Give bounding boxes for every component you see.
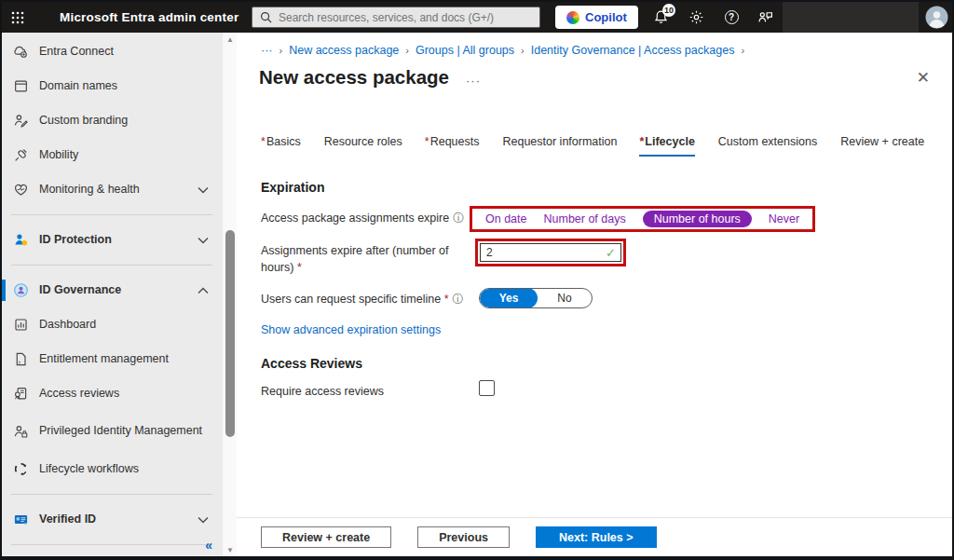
toggle-yes[interactable]: Yes bbox=[480, 288, 538, 308]
sidebar-item-entra-connect[interactable]: Entra Connect bbox=[2, 34, 222, 69]
option-number-of-days[interactable]: Number of days bbox=[543, 211, 625, 227]
option-never[interactable]: Never bbox=[769, 211, 799, 227]
heart-health-icon bbox=[13, 182, 29, 198]
sidebar-item-label: Domain names bbox=[39, 79, 211, 94]
info-icon[interactable]: ⓘ bbox=[453, 212, 464, 225]
person-lock-icon bbox=[13, 424, 29, 440]
tab-basics[interactable]: *Basics bbox=[261, 135, 301, 157]
access-reviews-icon bbox=[13, 386, 29, 402]
tab-review-create[interactable]: Review + create bbox=[839, 135, 924, 157]
copilot-icon bbox=[566, 11, 579, 24]
sidebar-item-label: Access reviews bbox=[39, 387, 211, 402]
expire-option-group: On date Number of days Number of hours N… bbox=[472, 209, 812, 229]
sidebar-item-label: Privileged Identity Management bbox=[39, 424, 211, 439]
sidebar-item-label: Monitoring & health bbox=[39, 183, 187, 198]
sidebar-item-access-reviews[interactable]: Access reviews bbox=[2, 376, 222, 411]
sidebar-item-verified-id[interactable]: Verified ID bbox=[2, 502, 222, 537]
option-number-of-hours[interactable]: Number of hours bbox=[643, 211, 752, 227]
search-icon bbox=[260, 11, 272, 23]
toggle-no[interactable]: No bbox=[538, 292, 592, 305]
copilot-button[interactable]: Copilot bbox=[555, 6, 638, 29]
global-search[interactable] bbox=[252, 7, 540, 28]
sidebar-item-lifecycle-workflows[interactable]: Lifecycle workflows bbox=[2, 452, 222, 486]
sidebar-divider bbox=[11, 265, 212, 266]
verified-id-card-icon bbox=[13, 512, 29, 527]
sidebar-item-label: Entra Connect bbox=[39, 45, 211, 60]
sidebar-item-monitoring-health[interactable]: Monitoring & health bbox=[2, 172, 222, 207]
sidebar-item-dashboard[interactable]: Dashboard bbox=[2, 307, 222, 342]
breadcrumb-separator: › bbox=[405, 45, 409, 56]
sidebar-item-label: Entitlement management bbox=[39, 352, 211, 367]
settings-gear-icon[interactable] bbox=[680, 2, 712, 33]
document-entitlement-icon bbox=[13, 351, 29, 367]
sidebar-divider bbox=[11, 544, 212, 545]
close-icon[interactable]: ✕ bbox=[917, 70, 930, 86]
sidebar-item-mobility[interactable]: Mobility bbox=[2, 138, 222, 172]
wizard-footer: Review + create Previous Next: Rules > bbox=[237, 517, 952, 556]
previous-button[interactable]: Previous bbox=[417, 526, 510, 548]
require-reviews-checkbox[interactable] bbox=[479, 380, 495, 396]
scrollbar-down-arrow[interactable]: ▼ bbox=[223, 543, 238, 556]
tab-requests[interactable]: *Requests bbox=[425, 135, 480, 157]
advanced-expiration-link[interactable]: Show advanced expiration settings bbox=[261, 323, 441, 336]
sidebar-item-label: ID Protection bbox=[39, 233, 187, 248]
next-rules-button[interactable]: Next: Rules > bbox=[536, 526, 657, 548]
chevron-down-icon[interactable] bbox=[198, 516, 211, 524]
chevron-up-icon[interactable] bbox=[198, 287, 211, 294]
sidebar-scrollbar[interactable]: ▲ ▼ bbox=[222, 33, 237, 556]
title-more-button[interactable]: ··· bbox=[466, 74, 481, 88]
sidebar-item-label: Custom branding bbox=[39, 114, 211, 129]
app-title: Microsoft Entra admin center bbox=[60, 10, 238, 24]
account-avatar[interactable] bbox=[919, 2, 954, 33]
breadcrumb-link[interactable]: Identity Governance | Access packages bbox=[531, 44, 735, 57]
require-reviews-label: Require access reviews bbox=[261, 383, 477, 400]
top-bar: Microsoft Entra admin center Copilot 10 … bbox=[2, 2, 952, 33]
entra-admin-window: Microsoft Entra admin center Copilot 10 … bbox=[0, 0, 954, 560]
waffle-menu-icon[interactable] bbox=[2, 2, 34, 33]
page-title: New access package bbox=[259, 66, 449, 89]
notifications-button[interactable]: 10 bbox=[645, 2, 676, 33]
sidebar-item-id-protection[interactable]: ID Protection bbox=[2, 223, 222, 257]
sidebar-item-custom-branding[interactable]: Custom branding bbox=[2, 103, 222, 138]
tab-requestor-information[interactable]: Requestor information bbox=[501, 135, 617, 157]
breadcrumb-ellipsis[interactable]: ··· bbox=[261, 44, 273, 57]
tab-lifecycle[interactable]: *Lifecycle bbox=[639, 135, 694, 157]
tenant-area bbox=[783, 2, 919, 33]
review-create-button[interactable]: Review + create bbox=[261, 526, 391, 548]
sidebar-item-id-governance[interactable]: ID Governance bbox=[2, 273, 222, 307]
cloud-sync-icon bbox=[13, 44, 29, 60]
search-input[interactable] bbox=[279, 11, 532, 24]
info-icon[interactable]: ⓘ bbox=[453, 293, 464, 306]
person-edit-icon bbox=[13, 113, 29, 129]
timeline-yes-no-toggle[interactable]: Yes No bbox=[479, 288, 593, 308]
sidebar-item-label: Dashboard bbox=[39, 318, 211, 333]
breadcrumb-separator: › bbox=[279, 45, 283, 56]
hours-value-input[interactable] bbox=[480, 243, 621, 262]
annotation-red-box: ✓ bbox=[475, 239, 626, 266]
option-on-date[interactable]: On date bbox=[485, 211, 526, 227]
access-reviews-heading: Access Reviews bbox=[261, 356, 362, 371]
scrollbar-up-arrow[interactable]: ▲ bbox=[223, 33, 238, 46]
breadcrumb-separator: › bbox=[741, 45, 744, 56]
window-icon bbox=[13, 78, 29, 94]
chevron-down-icon[interactable] bbox=[198, 237, 211, 244]
breadcrumb-link[interactable]: Groups | All groups bbox=[416, 44, 514, 57]
tab-resource-roles[interactable]: Resource roles bbox=[323, 135, 402, 157]
sidebar-item-entitlement-management[interactable]: Entitlement management bbox=[2, 342, 222, 376]
sidebar-item-privileged-identity-management[interactable]: Privileged Identity Management bbox=[2, 411, 222, 452]
sidebar-item-domain-names[interactable]: Domain names bbox=[2, 69, 222, 103]
sidebar-collapse-button[interactable]: « bbox=[205, 538, 212, 553]
tab-custom-extensions[interactable]: Custom extensions bbox=[717, 135, 817, 157]
breadcrumb-link[interactable]: New access package bbox=[289, 44, 399, 57]
copilot-label: Copilot bbox=[585, 10, 627, 24]
sidebar-item-label: Lifecycle workflows bbox=[39, 462, 211, 477]
id-governance-icon bbox=[13, 282, 29, 298]
breadcrumb: ··· › New access package › Groups | All … bbox=[261, 44, 744, 57]
scrollbar-thumb[interactable] bbox=[225, 230, 235, 437]
notification-badge: 10 bbox=[662, 4, 675, 17]
feedback-icon[interactable] bbox=[749, 2, 781, 33]
expire-options-annotation: On date Number of days Number of hours N… bbox=[470, 206, 815, 232]
chevron-down-icon[interactable] bbox=[198, 186, 211, 194]
sidebar-nav: Entra Connect Domain names Custom brandi… bbox=[2, 33, 222, 556]
help-button[interactable]: ? bbox=[716, 2, 747, 33]
